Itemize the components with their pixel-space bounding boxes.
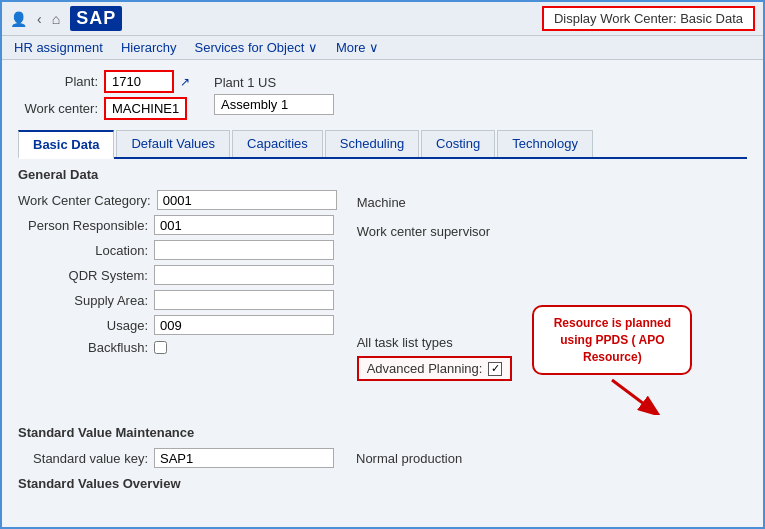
wc-category-value: Machine (357, 195, 406, 210)
plant-name-field: Plant 1 US (214, 75, 334, 90)
plant-name: Plant 1 US (214, 75, 276, 90)
workcenter-value: MACHINE1 (104, 97, 187, 120)
row-wc-category: Work Center Category: (18, 190, 337, 210)
back-icon[interactable]: ‹ (37, 11, 42, 27)
top-bar: 👤 ‹ ⌂ SAP Display Work Center: Basic Dat… (2, 2, 763, 36)
task-list-column: All task list types Advanced Planning: ✓ (357, 335, 513, 381)
top-bar-left: 👤 ‹ ⌂ SAP (10, 6, 530, 31)
content-area: Plant: 1710 ↗ Work center: MACHINE1 Plan… (2, 60, 763, 527)
tab-costing[interactable]: Costing (421, 130, 495, 157)
wc-category-input[interactable] (157, 190, 337, 210)
general-data-header: General Data (18, 167, 747, 184)
standard-value-key-desc: Normal production (356, 451, 462, 466)
workcenter-name: Assembly 1 (214, 94, 334, 115)
advanced-planning-checkbox[interactable]: ✓ (488, 362, 502, 376)
backflush-label: Backflush: (18, 340, 148, 355)
menu-more[interactable]: More ∨ (336, 40, 379, 55)
row-person-resp: Person Responsible: (18, 215, 337, 235)
supply-area-label: Supply Area: (18, 293, 148, 308)
tabs-bar: Basic Data Default Values Capacities Sch… (18, 130, 747, 159)
task-list-label: All task list types (357, 335, 513, 350)
standard-value-section: Standard Value Maintenance Standard valu… (18, 425, 747, 493)
workcenter-label: Work center: (18, 101, 98, 116)
standard-value-key-row: Standard value key: Normal production (18, 448, 747, 468)
row-usage: Usage: (18, 315, 337, 335)
plant-label: Plant: (18, 74, 98, 89)
plant-link-icon[interactable]: ↗ (180, 75, 190, 89)
user-icon[interactable]: 👤 (10, 11, 27, 27)
tab-basic-data[interactable]: Basic Data (18, 130, 114, 159)
left-data-column: Work Center Category: Person Responsible… (18, 190, 337, 415)
plant-workcenter-row: Plant: 1710 ↗ Work center: MACHINE1 Plan… (18, 70, 747, 120)
location-label: Location: (18, 243, 148, 258)
wc-supervisor-value: Work center supervisor (357, 224, 490, 239)
supply-area-input[interactable] (154, 290, 334, 310)
usage-input[interactable] (154, 315, 334, 335)
task-list-row: All task list types Advanced Planning: ✓… (357, 335, 747, 415)
qdr-label: QDR System: (18, 268, 148, 283)
sap-logo: SAP (70, 6, 122, 31)
menu-bar: HR assignment Hierarchy Services for Obj… (2, 36, 763, 60)
standard-value-key-label: Standard value key: (18, 451, 148, 466)
menu-hierarchy[interactable]: Hierarchy (121, 40, 177, 55)
person-resp-input[interactable] (154, 215, 334, 235)
menu-hr-assignment[interactable]: HR assignment (14, 40, 103, 55)
arrow-svg (602, 375, 662, 415)
menu-services[interactable]: Services for Object ∨ (195, 40, 318, 55)
tab-default-values[interactable]: Default Values (116, 130, 230, 157)
standard-values-overview-header: Standard Values Overview (18, 476, 747, 493)
plant-field: Plant: 1710 ↗ (18, 70, 190, 93)
general-data-content: Work Center Category: Person Responsible… (18, 190, 747, 415)
tooltip-bubble: Resource is planned using PPDS ( APO Res… (532, 305, 692, 375)
svg-line-1 (612, 380, 652, 410)
row-qdr: QDR System: (18, 265, 337, 285)
row-backflush: Backflush: (18, 340, 337, 355)
backflush-checkbox[interactable] (154, 341, 167, 354)
tab-scheduling[interactable]: Scheduling (325, 130, 419, 157)
tab-technology[interactable]: Technology (497, 130, 593, 157)
row-machine: Machine (357, 190, 747, 214)
location-input[interactable] (154, 240, 334, 260)
row-location: Location: (18, 240, 337, 260)
usage-label: Usage: (18, 318, 148, 333)
right-fields: Plant 1 US Assembly 1 (214, 75, 334, 115)
window-title: Display Work Center: Basic Data (542, 6, 755, 31)
qdr-input[interactable] (154, 265, 334, 285)
advanced-planning-label: Advanced Planning: (367, 361, 483, 376)
workcenter-field: Work center: MACHINE1 (18, 97, 190, 120)
workcenter-name-field: Assembly 1 (214, 94, 334, 115)
standard-value-header: Standard Value Maintenance (18, 425, 747, 442)
advanced-planning-row: Advanced Planning: ✓ (357, 356, 513, 381)
tab-capacities[interactable]: Capacities (232, 130, 323, 157)
row-wc-supervisor: Work center supervisor (357, 219, 747, 243)
row-supply-area: Supply Area: (18, 290, 337, 310)
person-resp-label: Person Responsible: (18, 218, 148, 233)
standard-value-key-input[interactable] (154, 448, 334, 468)
home-icon[interactable]: ⌂ (52, 11, 60, 27)
right-data-column: Machine Work center supervisor All task … (357, 190, 747, 415)
wc-category-label: Work Center Category: (18, 193, 151, 208)
plant-value: 1710 (104, 70, 174, 93)
main-window: 👤 ‹ ⌂ SAP Display Work Center: Basic Dat… (0, 0, 765, 529)
left-fields: Plant: 1710 ↗ Work center: MACHINE1 (18, 70, 190, 120)
tooltip-container: Resource is planned using PPDS ( APO Res… (532, 305, 692, 415)
